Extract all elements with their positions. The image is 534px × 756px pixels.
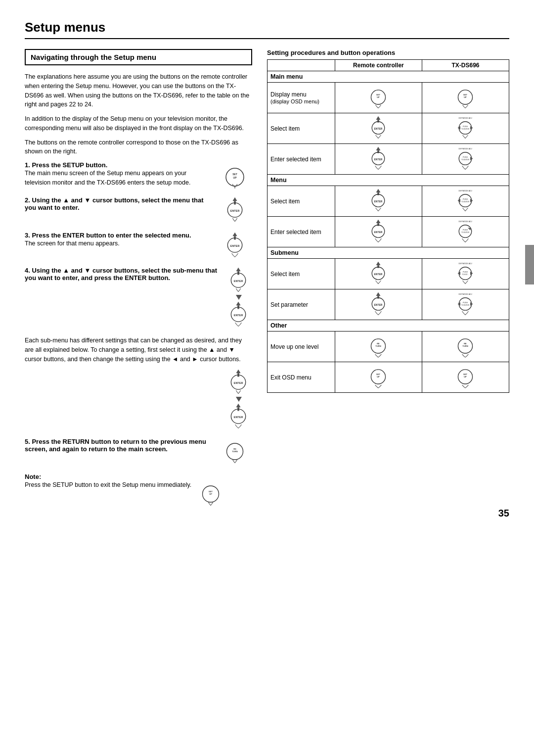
step-4-content: 4. Using the ▲ and ▼ cursor buttons, sel… xyxy=(25,267,219,282)
step-2-bold: 2. Using the ▲ and ▼ cursor buttons, sel… xyxy=(25,196,204,211)
row-remote-setup: SET UP xyxy=(335,83,422,113)
side-tab xyxy=(525,245,534,284)
row-tx-setup-2: SET UP xyxy=(422,362,509,393)
svg-text:DSP/MODE ADJ: DSP/MODE ADJ xyxy=(459,148,472,150)
svg-text:ENTER: ENTER xyxy=(374,200,383,203)
section-submenu-label: Submenu xyxy=(267,247,509,259)
enter-icon-3: ENTER xyxy=(225,403,252,430)
svg-text:DSP/MODE ADJ: DSP/MODE ADJ xyxy=(459,221,472,223)
svg-text:ENTER: ENTER xyxy=(234,280,243,283)
svg-text:ENTER: ENTER xyxy=(374,303,383,306)
svg-text:UP: UP xyxy=(464,96,467,98)
intro-para-2: In addition to the display of the Setup … xyxy=(25,114,252,133)
svg-text:ENTER: ENTER xyxy=(234,416,243,419)
svg-marker-87 xyxy=(376,292,381,296)
step-5: 5. Press the RETURN button to return to … xyxy=(25,438,252,465)
row-remote-enter-arrows-2: ENTER xyxy=(335,186,422,217)
return-icon-1: RE TURN xyxy=(222,438,249,465)
intro-para-1: The explanations here assume you are usi… xyxy=(25,72,252,109)
row-label-select-menu: Select item xyxy=(267,186,335,217)
step-3: 3. Press the ENTER button to enter the s… xyxy=(25,232,252,259)
svg-marker-58 xyxy=(376,189,381,192)
return-remote-1: RE TURN xyxy=(366,333,391,358)
step-4: 4. Using the ▲ and ▼ cursor buttons, sel… xyxy=(25,267,252,328)
svg-text:TO ENTER: TO ENTER xyxy=(461,201,470,203)
row-tx-setup: SET UP xyxy=(422,83,509,113)
svg-text:TO ENT...: TO ENT... xyxy=(462,274,469,276)
dsp-mode-push-icon-2: DSP/MODE ADJ PUSH TO ENTER xyxy=(453,219,478,243)
svg-text:ENTER: ENTER xyxy=(374,158,383,161)
section-main-menu: Main menu xyxy=(267,71,509,83)
arrow-down-2 xyxy=(236,397,242,402)
step-1-text: The main menu screen of the Setup menu a… xyxy=(25,169,212,188)
svg-rect-88 xyxy=(378,296,380,298)
step-5-bold: 5. Press the RETURN button to return to … xyxy=(25,438,206,453)
row-tx-dsp-3: DSP/MODE ADJ PUSH TO ENT... xyxy=(422,259,509,289)
step-3-image: ENTER xyxy=(218,232,252,259)
col-header-tx: TX-DS696 xyxy=(422,60,509,71)
dsp-mode-icon-3: DSP/MODE ADJ PUSH TO ENT... xyxy=(453,261,478,285)
svg-text:SET: SET xyxy=(464,373,468,376)
svg-text:UP: UP xyxy=(377,376,380,378)
between-text: Each sub-menu has different settings tha… xyxy=(25,336,252,364)
enter-arrows-icon-3: ENTER xyxy=(225,369,252,396)
section-main-menu-label: Main menu xyxy=(267,71,509,83)
step-3-content: 3. Press the ENTER button to enter the s… xyxy=(25,232,212,248)
right-column: Setting procedures and button operations… xyxy=(267,49,509,509)
svg-text:TURN: TURN xyxy=(376,345,381,347)
svg-text:ENTER: ENTER xyxy=(374,273,383,276)
svg-text:TO ENTER: TO ENTER xyxy=(461,128,470,130)
svg-text:UP: UP xyxy=(233,176,237,179)
svg-text:TO ENTER: TO ENTER xyxy=(461,159,470,161)
intro-para-3: The buttons on the remote controller cor… xyxy=(25,138,252,157)
row-label-select-main: Select item xyxy=(267,113,335,144)
col-header-empty xyxy=(267,60,335,71)
right-col-title: Setting procedures and button operations xyxy=(267,49,509,56)
enter-arrows-remote-2: ENTER xyxy=(366,188,391,213)
row-remote-setup-2: SET UP xyxy=(335,362,422,393)
step-2-image: ENTER xyxy=(218,196,252,224)
svg-text:RE: RE xyxy=(377,342,380,345)
svg-text:ENTER: ENTER xyxy=(230,244,239,247)
svg-text:SET: SET xyxy=(376,373,380,376)
step-between-images: ENTER ENTER xyxy=(225,369,252,430)
note-text: Press the SETUP button to exit the Setup… xyxy=(25,480,191,490)
row-remote-return-1: RE TURN xyxy=(335,331,422,362)
table-row: Select item ENTER xyxy=(267,186,509,217)
svg-text:RE: RE xyxy=(464,342,467,345)
svg-rect-59 xyxy=(378,192,380,195)
enter-remote-3: ENTER xyxy=(366,291,391,316)
svg-marker-19 xyxy=(236,370,240,373)
section-submenu: Submenu xyxy=(267,247,509,259)
step-3-bold: 3. Press the ENTER button to enter the s… xyxy=(25,232,191,239)
section-other-label: Other xyxy=(267,320,509,331)
note-label: Note: xyxy=(25,473,252,480)
return-tx-1: RE TURN xyxy=(453,333,478,358)
svg-text:PUSH: PUSH xyxy=(463,198,468,200)
table-row: Enter selected item ENTER xyxy=(267,217,509,247)
step-4-bold: 4. Using the ▲ and ▼ cursor buttons, sel… xyxy=(25,267,217,282)
row-tx-dsp-2: DSP/MODE ADJ PUSH TO ENTER xyxy=(422,186,509,217)
note-section: Note: Press the SETUP button to exit the… xyxy=(25,473,252,509)
svg-text:TURN: TURN xyxy=(463,345,468,347)
enter-arrows-remote-3: ENTER xyxy=(366,261,391,285)
svg-rect-69 xyxy=(378,223,380,226)
step-4-images: ENTER ENTER xyxy=(225,267,252,328)
enter-icon-2: ENTER xyxy=(225,301,252,328)
enter-arrows-icon-2: ENTER xyxy=(225,267,252,294)
row-label-enter-main: Enter selected item xyxy=(267,144,335,175)
page-title: Setup menus xyxy=(25,20,509,39)
step-1: 1. Press the SETUP button. The main menu… xyxy=(25,161,252,189)
svg-text:DSP/MODE ADJ: DSP/MODE ADJ xyxy=(459,117,472,119)
step-5-content: 5. Press the RETURN button to return to … xyxy=(25,438,212,453)
step-1-bold: 1. Press the SETUP button. xyxy=(25,161,107,169)
svg-marker-39 xyxy=(376,116,381,120)
row-tx-dsp-push-2: DSP/MODE ADJ PUSH TO ENTER xyxy=(422,217,509,247)
table-row: Move up one level RE TURN xyxy=(267,331,509,362)
step-2-content: 2. Using the ▲ and ▼ cursor buttons, sel… xyxy=(25,196,212,211)
svg-text:ENTER: ENTER xyxy=(230,209,239,212)
svg-rect-50 xyxy=(378,150,380,153)
svg-text:UP: UP xyxy=(464,376,467,378)
section-other: Other xyxy=(267,320,509,331)
dsp-mode-icon-1: DSP/MODE ADJ PUSH TO ENTER xyxy=(453,115,478,140)
